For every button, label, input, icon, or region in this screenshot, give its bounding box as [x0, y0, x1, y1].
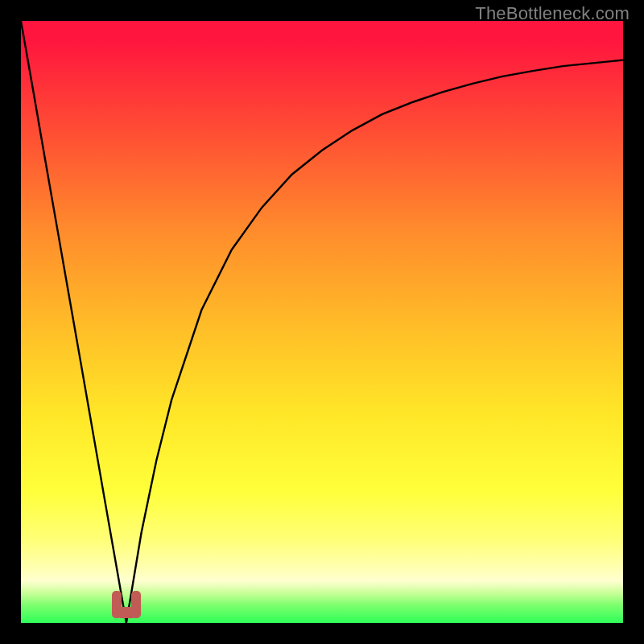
curve-right-branch [126, 60, 623, 623]
plot-area [21, 21, 623, 623]
watermark-text: TheBottleneck.com [475, 3, 630, 24]
curve-left-branch [21, 21, 126, 623]
bottleneck-curve [21, 21, 623, 623]
u-marker-base [117, 607, 136, 618]
chart-frame: TheBottleneck.com [0, 0, 644, 644]
